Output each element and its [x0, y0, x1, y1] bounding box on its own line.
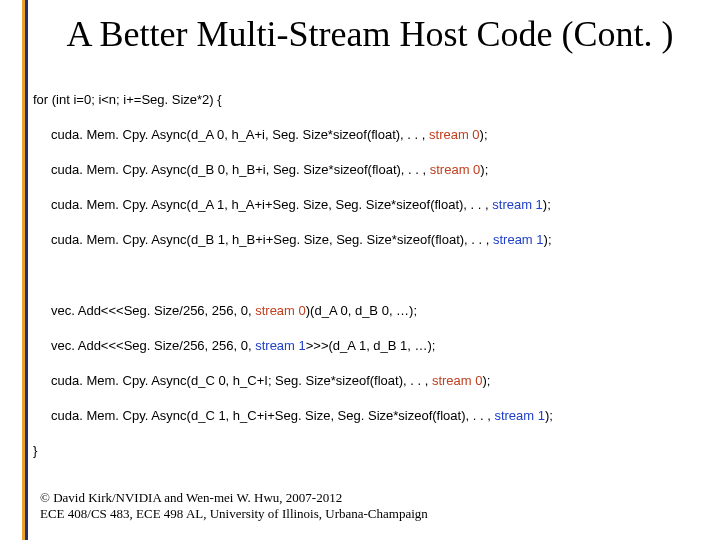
- slide-footer: © David Kirk/NVIDIA and Wen-mei W. Hwu, …: [40, 490, 428, 523]
- code-line-2: cuda. Mem. Cpy. Async(d_B 0, h_B+i, Seg.…: [51, 161, 700, 179]
- code-line-5: vec. Add<<<Seg. Size/256, 256, 0, stream…: [51, 302, 700, 320]
- stream0-token: stream 0: [432, 373, 483, 388]
- code-line-6: vec. Add<<<Seg. Size/256, 256, 0, stream…: [51, 337, 700, 355]
- slide-title: A Better Multi-Stream Host Code (Cont. ): [50, 14, 690, 55]
- stream1-token: stream 1: [492, 197, 543, 212]
- stream0-token: stream 0: [429, 127, 480, 142]
- code-line-7: cuda. Mem. Cpy. Async(d_C 0, h_C+I; Seg.…: [51, 372, 700, 390]
- stream0-token: stream 0: [430, 162, 481, 177]
- stream0-token: stream 0: [255, 303, 306, 318]
- decorative-sidebar: [22, 0, 28, 540]
- footer-line-1: © David Kirk/NVIDIA and Wen-mei W. Hwu, …: [40, 490, 428, 506]
- code-line-for: for (int i=0; i<n; i+=Seg. Size*2) {: [33, 91, 700, 109]
- code-line-close: }: [33, 442, 700, 460]
- stream1-token: stream 1: [494, 408, 545, 423]
- code-line-1: cuda. Mem. Cpy. Async(d_A 0, h_A+i, Seg.…: [51, 126, 700, 144]
- code-line-4: cuda. Mem. Cpy. Async(d_B 1, h_B+i+Seg. …: [51, 231, 700, 249]
- code-line-8: cuda. Mem. Cpy. Async(d_C 1, h_C+i+Seg. …: [51, 407, 700, 425]
- footer-line-2: ECE 408/CS 483, ECE 498 AL, University o…: [40, 506, 428, 522]
- stream1-token: stream 1: [255, 338, 306, 353]
- code-line-3: cuda. Mem. Cpy. Async(d_A 1, h_A+i+Seg. …: [51, 196, 700, 214]
- code-block: for (int i=0; i<n; i+=Seg. Size*2) { cud…: [33, 73, 700, 477]
- sidebar-bar-blue: [25, 0, 28, 540]
- stream1-token: stream 1: [493, 232, 544, 247]
